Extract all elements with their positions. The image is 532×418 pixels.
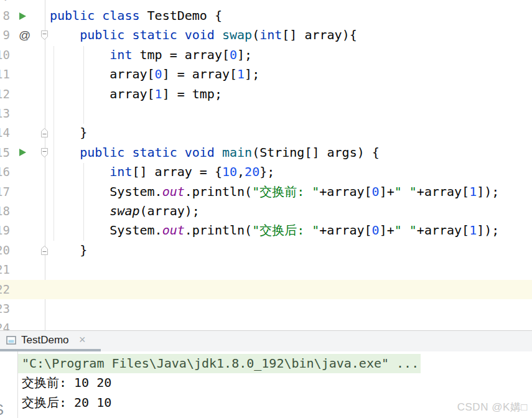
close-icon[interactable]: ×: [79, 331, 86, 349]
run-console-output: › › S "C:\Program Files\Java\jdk1.8.0_19…: [0, 351, 532, 418]
code-line[interactable]: 23: [0, 299, 532, 318]
line-number: 17: [0, 182, 10, 202]
line-number: 11: [0, 65, 10, 84]
code-line[interactable]: 20 }: [0, 241, 532, 260]
code-text: public static void main(String[] args) {: [50, 143, 380, 162]
line-number: 15: [0, 143, 10, 162]
console-text: 交换前: 10 20: [22, 373, 111, 392]
run-icon[interactable]: [19, 149, 26, 156]
watermark: CSDN @K媾□: [457, 400, 528, 414]
code-text: int tmp = array[0];: [50, 45, 252, 65]
code-line[interactable]: 17 System.out.println("交换前: "+array[0]+"…: [0, 182, 532, 202]
line-number: 7: [0, 0, 10, 6]
code-line[interactable]: 16 int[] array = {10,20};: [0, 162, 532, 182]
line-number: 18: [0, 202, 10, 221]
run-tab-bar: TestDemo ×: [0, 331, 532, 351]
code-line[interactable]: 24: [0, 318, 532, 330]
line-number: 16: [0, 162, 10, 182]
console-text: 交换后: 20 10: [22, 393, 111, 412]
fold-marker-icon[interactable]: [40, 128, 49, 138]
fold-marker-icon[interactable]: [40, 147, 49, 158]
console-text: "C:\Program Files\Java\jdk1.8.0_192\bin\…: [22, 354, 419, 373]
code-text: }: [50, 123, 87, 142]
code-line[interactable]: 7: [0, 0, 532, 6]
code-line[interactable]: 11 array[0] = array[1];: [0, 65, 532, 84]
line-number: 10: [0, 45, 10, 65]
code-text: swap(array);: [50, 202, 200, 221]
code-text: public class TestDemo {: [50, 6, 222, 26]
line-number: 14: [0, 123, 10, 142]
annotation-icon: @: [19, 26, 30, 45]
code-line[interactable]: 10 int tmp = array[0];: [0, 45, 532, 65]
line-number: 24: [0, 318, 10, 330]
code-text: array[0] = array[1];: [50, 65, 259, 84]
fold-marker-icon[interactable]: [40, 245, 49, 256]
line-number: 23: [0, 299, 10, 318]
run-tab-label: TestDemo: [21, 331, 69, 350]
line-number: 20: [0, 241, 10, 260]
line-number: 21: [0, 260, 10, 279]
line-number: 13: [0, 104, 10, 123]
code-line[interactable]: 13: [0, 104, 532, 123]
fold-marker-icon[interactable]: [40, 30, 49, 40]
code-line[interactable]: 9@ public static void swap(int[] array){: [0, 26, 532, 45]
code-text: int[] array = {10,20};: [50, 162, 274, 182]
code-text: }: [50, 241, 87, 260]
line-number: 19: [0, 221, 10, 240]
code-line[interactable]: 12 array[1] = tmp;: [0, 85, 532, 104]
code-text: System.out.println("交换前: "+array[0]+" "+…: [50, 182, 499, 202]
code-line[interactable]: 19 System.out.println("交换后: "+array[0]+"…: [0, 221, 532, 240]
console-line: "C:\Program Files\Java\jdk1.8.0_192\bin\…: [0, 354, 532, 373]
code-line[interactable]: 18 swap(array);: [0, 202, 532, 221]
line-number: 8: [0, 6, 10, 26]
line-number: 12: [0, 85, 10, 104]
run-icon[interactable]: [19, 12, 26, 20]
code-text: System.out.println("交换后: "+array[0]+" "+…: [50, 221, 499, 240]
code-text: array[1] = tmp;: [50, 85, 222, 104]
code-editor[interactable]: 78public class TestDemo {9@ public stati…: [0, 0, 532, 330]
code-line[interactable]: 8public class TestDemo {: [0, 6, 532, 26]
code-line[interactable]: 14 }: [0, 123, 532, 142]
line-number: 9: [0, 26, 10, 45]
console-line: 交换前: 10 20: [0, 373, 532, 392]
code-line[interactable]: 21: [0, 260, 532, 279]
code-text: public static void swap(int[] array){: [50, 26, 357, 45]
console-line: 交换后: 20 10: [0, 393, 532, 412]
code-line[interactable]: 22: [0, 280, 532, 299]
line-number: 22: [0, 280, 10, 299]
code-line[interactable]: 15 public static void main(String[] args…: [0, 143, 532, 162]
console-icon: [6, 335, 16, 345]
